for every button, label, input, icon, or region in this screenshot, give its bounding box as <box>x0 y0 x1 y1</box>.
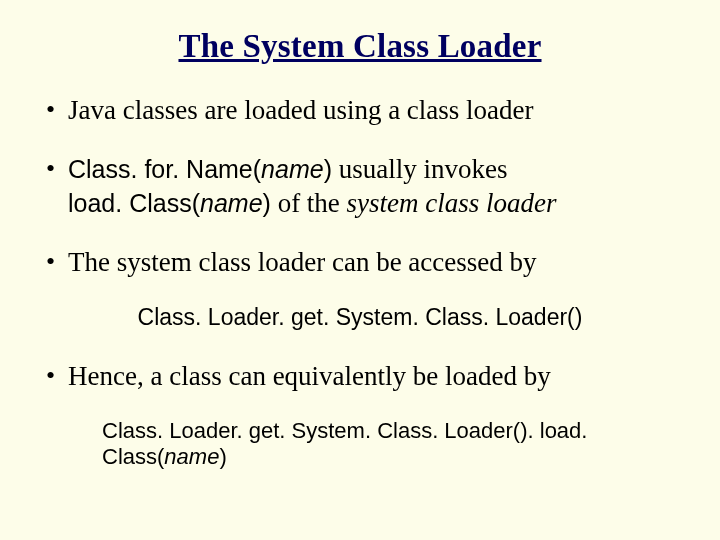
bullet-4-text: Hence, a class can equivalently be loade… <box>68 361 551 391</box>
b2-t2: of the <box>271 188 347 218</box>
slide: The System Class Loader Java classes are… <box>0 0 720 540</box>
bullet-list: Java classes are loaded using a class lo… <box>44 93 676 279</box>
code4c: ) <box>219 444 226 469</box>
bullet-1-text: Java classes are loaded using a class lo… <box>68 95 534 125</box>
b2-code1b: name <box>261 155 324 183</box>
b2-code1a: Class. for. Name( <box>68 155 261 183</box>
bullet-4: Hence, a class can equivalently be loade… <box>44 359 676 394</box>
b2-code1c: ) <box>324 155 332 183</box>
bullet-3: The system class loader can be accessed … <box>44 245 676 280</box>
code-line-4: Class. Loader. get. System. Class. Loade… <box>102 418 676 470</box>
b2-code2c: ) <box>263 189 271 217</box>
slide-title: The System Class Loader <box>44 28 676 65</box>
b2-t1: usually invokes <box>332 154 508 184</box>
bullet-2: Class. for. Name(name) usually invokes l… <box>44 152 676 221</box>
b2-code2b: name <box>200 189 263 217</box>
bullet-3-text: The system class loader can be accessed … <box>68 247 537 277</box>
code-line-3: Class. Loader. get. System. Class. Loade… <box>44 303 676 333</box>
b2-code2a: load. Class( <box>68 189 200 217</box>
code4b: name <box>164 444 219 469</box>
bullet-1: Java classes are loaded using a class lo… <box>44 93 676 128</box>
b2-ital: system class loader <box>347 188 557 218</box>
bullet-list-2: Hence, a class can equivalently be loade… <box>44 359 676 394</box>
